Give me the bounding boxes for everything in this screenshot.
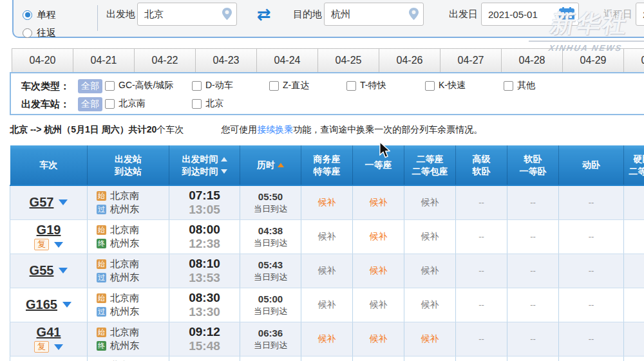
seat-status-cell[interactable]: 候补 xyxy=(301,185,353,219)
swap-cities-icon[interactable]: ⇄ xyxy=(257,3,271,26)
depart-station-all-badge[interactable]: 全部 xyxy=(78,97,102,111)
calendar-icon[interactable] xyxy=(559,7,574,21)
trip-round-label: 往返 xyxy=(37,27,56,39)
radio-unselected-icon[interactable] xyxy=(23,28,32,38)
train-cell: G55 xyxy=(10,254,88,288)
table-row: G19 复 始北京南 终杭州东 08:00 12:38 04:38 当日到达 候… xyxy=(10,219,644,254)
train-type-all-badge[interactable]: 全部 xyxy=(78,79,102,93)
col-motor-sleeper: 动卧 xyxy=(559,145,624,185)
date-tab[interactable]: 04-27 xyxy=(440,48,502,73)
station-name: 北京南 xyxy=(110,258,139,270)
to-label: 目的地 xyxy=(293,3,322,26)
sort-asc-icon[interactable] xyxy=(221,157,227,162)
checkbox-icon[interactable] xyxy=(269,81,279,91)
filter-type-d[interactable]: D-动车 xyxy=(192,80,233,91)
seat-status-cell: -- xyxy=(507,185,559,219)
seat-status-cell: -- xyxy=(507,219,559,254)
filter-station-beijingnan[interactable]: 北京南 xyxy=(105,98,146,109)
col-soft-sleeper: 软卧 一等卧 xyxy=(507,145,559,185)
arrive-day: 当日到达 xyxy=(240,237,301,249)
checkbox-icon[interactable] xyxy=(105,99,115,109)
train-count-suffix: 个车次 xyxy=(156,124,184,136)
date-tab[interactable]: 04-29 xyxy=(562,48,624,73)
date-tab[interactable]: 04-24 xyxy=(256,48,318,73)
date-tab[interactable]: 04-23 xyxy=(195,48,257,73)
sort-desc-icon[interactable] xyxy=(221,169,227,174)
trip-type-round[interactable]: 往返 xyxy=(23,27,56,39)
seat-status-cell[interactable]: 候补 xyxy=(353,219,404,254)
table-row: G41 复 始北京南 终杭州东 09:12 15:48 06:36 当日到达 候… xyxy=(10,322,644,356)
checkbox-icon[interactable] xyxy=(105,81,115,91)
col-hard-sleeper: 硬卧 二等卧 xyxy=(624,145,644,185)
seat-status-cell[interactable]: 候补 xyxy=(301,322,353,356)
seat-status-cell[interactable]: 候补 xyxy=(353,185,404,219)
expand-arrow-icon[interactable] xyxy=(59,199,68,205)
checkbox-icon[interactable] xyxy=(346,81,356,91)
divider xyxy=(97,5,98,31)
seat-status-cell[interactable]: 候补 xyxy=(404,322,456,356)
duration: 05:00 xyxy=(240,293,301,306)
location-pin-icon xyxy=(222,8,232,20)
train-number-link[interactable]: G19 xyxy=(37,223,61,237)
date-tab[interactable]: 04-25 xyxy=(317,48,379,73)
origin-badge-icon: 始 xyxy=(97,259,106,269)
checkbox-icon[interactable] xyxy=(192,99,202,109)
date-tab[interactable]: 04-20 xyxy=(12,48,73,73)
origin-badge-icon: 始 xyxy=(97,191,106,201)
col-duration-sort[interactable]: 历时 xyxy=(240,145,301,185)
checkbox-icon[interactable] xyxy=(192,81,202,91)
checkbox-icon[interactable] xyxy=(425,81,435,91)
expand-arrow-icon[interactable] xyxy=(54,344,63,350)
train-number-link[interactable]: G165 xyxy=(26,297,57,312)
col-times-sort[interactable]: 出发时间 到达时间 xyxy=(169,145,240,185)
train-number-link[interactable]: G57 xyxy=(30,195,54,210)
date-tab[interactable]: 04-26 xyxy=(379,48,440,73)
train-number-link[interactable]: G55 xyxy=(30,263,54,278)
pass-badge-icon: 过 xyxy=(97,307,106,317)
times-cell: 07:15 13:05 xyxy=(169,185,240,219)
seat-status-cell xyxy=(624,288,644,322)
seat-status-cell: -- xyxy=(456,322,507,356)
date-tab[interactable]: 04-30 xyxy=(623,48,644,73)
pass-badge-icon: 过 xyxy=(97,205,106,214)
filter-type-k[interactable]: K-快速 xyxy=(425,80,466,91)
expand-arrow-icon[interactable] xyxy=(62,302,71,308)
depart-time: 07:15 xyxy=(169,189,240,203)
radio-selected-icon[interactable] xyxy=(23,10,32,20)
seat-status-cell: -- xyxy=(456,254,507,288)
seat-status-cell[interactable]: 候补 xyxy=(353,254,404,288)
checkbox-icon[interactable] xyxy=(504,81,513,91)
times-cell: 08:10 13:53 xyxy=(169,254,240,288)
return-date-input[interactable] xyxy=(636,3,644,26)
train-number-link[interactable]: G41 xyxy=(37,325,61,340)
filter-type-t[interactable]: T-特快 xyxy=(346,80,386,91)
filter-type-gc[interactable]: GC-高铁/城际 xyxy=(105,80,174,91)
transfer-link[interactable]: 接续换乘 xyxy=(257,124,293,134)
seat-status-cell: 候补 xyxy=(404,219,456,254)
stations-cell: 始北京南 过杭州东 xyxy=(88,288,169,322)
date-tab[interactable]: 04-28 xyxy=(501,48,563,73)
expand-arrow-icon[interactable] xyxy=(54,242,63,248)
table-header-row: 车次 出发站 到达站 出发时间 到达时间 历时 商务座 特等座 一等座 二等座 … xyxy=(10,145,644,185)
seat-status-cell: -- xyxy=(507,322,559,356)
date-tab[interactable]: 04-22 xyxy=(134,48,196,73)
depart-station-label: 出发车站： xyxy=(21,97,70,111)
trip-type-single[interactable]: 单程 xyxy=(23,9,56,21)
filter-station-beijing[interactable]: 北京 xyxy=(192,98,223,109)
date-tab[interactable]: 04-21 xyxy=(73,48,135,73)
filter-type-z[interactable]: Z-直达 xyxy=(269,80,309,91)
sort-active-icon[interactable] xyxy=(278,163,284,167)
duration: 05:50 xyxy=(240,190,301,203)
expand-arrow-icon[interactable] xyxy=(59,268,68,273)
duration: 04:38 xyxy=(240,225,301,237)
from-label: 出发地 xyxy=(106,3,135,26)
seat-status-cell[interactable]: 候补 xyxy=(353,322,404,356)
seat-status-cell: -- xyxy=(456,185,507,219)
route-summary: 北京 --> 杭州（5月1日 周六）共计 xyxy=(10,124,147,136)
table-row: G165 始北京南 过杭州东 08:30 13:30 05:00 当日到达 候补… xyxy=(10,288,644,322)
filter-type-other[interactable]: 其他 xyxy=(504,80,535,91)
station-name: 杭州东 xyxy=(110,340,139,352)
return-date-label: 返程日 xyxy=(603,3,632,26)
seat-status-cell: -- xyxy=(559,322,624,356)
train-cell xyxy=(10,356,88,361)
